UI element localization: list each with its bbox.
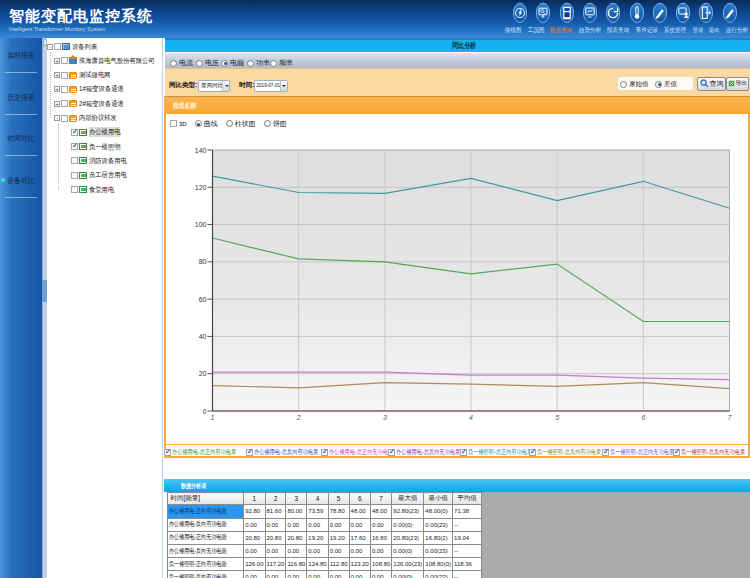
svg-text:3: 3 bbox=[382, 414, 386, 421]
svg-text:7: 7 bbox=[727, 414, 732, 421]
svg-text:5: 5 bbox=[555, 414, 559, 421]
svg-text:4: 4 bbox=[469, 414, 473, 421]
svg-text:0: 0 bbox=[202, 408, 206, 415]
svg-text:80: 80 bbox=[198, 258, 206, 265]
svg-text:2: 2 bbox=[295, 414, 300, 421]
svg-text:140: 140 bbox=[194, 147, 206, 154]
svg-text:120: 120 bbox=[194, 184, 206, 191]
svg-text:40: 40 bbox=[198, 333, 206, 340]
svg-text:100: 100 bbox=[194, 221, 206, 228]
svg-text:60: 60 bbox=[198, 296, 206, 303]
svg-text:6: 6 bbox=[641, 414, 645, 421]
svg-text:20: 20 bbox=[198, 370, 206, 377]
svg-text:1: 1 bbox=[210, 414, 214, 421]
